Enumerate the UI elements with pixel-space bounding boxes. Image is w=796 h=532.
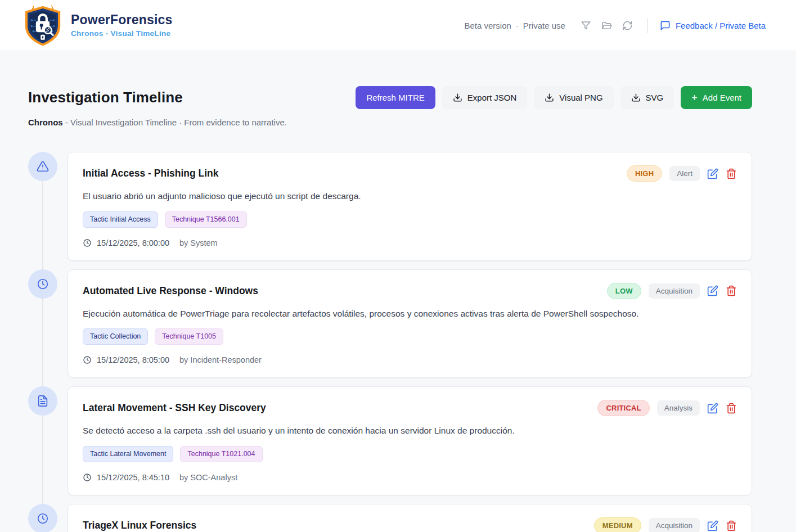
timeline-item: Automated Live Response - Windows LOW Ac… <box>28 269 752 378</box>
event-title: Automated Live Response - Windows <box>83 285 258 297</box>
event-timestamp: 15/12/2025, 8:05:00 <box>97 355 169 364</box>
category-badge: Alert <box>669 166 700 181</box>
delete-event-button[interactable] <box>726 403 737 414</box>
toolbar: Refresh MITRE Export JSON Visual PNG SVG… <box>356 86 752 109</box>
clock-icon <box>83 238 92 247</box>
event-card: Lateral Movement - SSH Key Discovery CRI… <box>68 386 752 495</box>
plus-icon: + <box>691 93 698 103</box>
top-bar-tools <box>580 20 633 31</box>
category-badge: Acquisition <box>649 518 700 532</box>
page-title: Investigation Timeline <box>28 89 183 106</box>
event-description: Ejecución automática de PowerTriage para… <box>83 308 737 320</box>
severity-badge: HIGH <box>627 165 662 182</box>
technique-tag: Technique T1566.001 <box>165 211 247 228</box>
feedback-link[interactable]: Feedback / Private Beta <box>660 20 766 31</box>
main-content: Investigation Timeline Refresh MITRE Exp… <box>0 51 796 532</box>
severity-badge: CRITICAL <box>597 400 649 416</box>
export-json-button[interactable]: Export JSON <box>442 86 528 109</box>
tactic-tag: Tactic Lateral Movement <box>83 446 173 462</box>
download-icon <box>631 93 641 102</box>
beta-version-label: Beta version <box>464 21 511 30</box>
feedback-link-label: Feedback / Private Beta <box>676 21 766 30</box>
brand-name: PowerForensics <box>71 13 172 27</box>
investigation-timeline: Initial Access - Phishing Link HIGH Aler… <box>28 152 752 532</box>
event-author: by Incident-Responder <box>179 355 262 364</box>
version-status-text: Beta version·Private use <box>464 21 565 30</box>
svg-button[interactable]: SVG <box>620 86 674 109</box>
category-badge: Acquisition <box>649 283 700 299</box>
app-viewport: PowerForensics Chronos - Visual TimeLine… <box>0 0 796 532</box>
technique-tag: Technique T1005 <box>155 328 223 345</box>
page-subtitle: Chronos - Visual Investigation Timeline … <box>28 118 752 127</box>
clock-icon <box>83 355 92 364</box>
tactic-tag: Tactic Collection <box>83 328 148 345</box>
private-use-label: Private use <box>523 21 565 30</box>
category-badge: Analysis <box>657 400 700 416</box>
delete-event-button[interactable] <box>726 520 737 531</box>
svg-label: SVG <box>646 93 664 102</box>
event-title: Initial Access - Phishing Link <box>83 168 219 179</box>
timeline-item: Lateral Movement - SSH Key Discovery CRI… <box>28 386 752 495</box>
event-timestamp: 15/12/2025, 8:00:00 <box>97 238 169 247</box>
event-title: TriageX Linux Forensics <box>83 520 196 531</box>
event-description: El usuario abrió un adjunto malicioso qu… <box>83 190 737 202</box>
top-bar: PowerForensics Chronos - Visual TimeLine… <box>0 0 796 51</box>
technique-tag: Technique T1021.004 <box>180 446 262 462</box>
refresh-mitre-button[interactable]: Refresh MITRE <box>356 86 435 109</box>
edit-event-button[interactable] <box>707 403 718 414</box>
download-icon <box>453 93 462 102</box>
refresh-icon[interactable] <box>622 20 633 31</box>
clock-icon <box>28 269 57 299</box>
separator-dot: · <box>516 21 519 30</box>
event-card: Initial Access - Phishing Link HIGH Aler… <box>68 152 752 261</box>
download-icon <box>545 93 554 102</box>
subtitle-brand: Chronos <box>28 118 63 127</box>
delete-event-button[interactable] <box>726 168 737 179</box>
event-author: by System <box>179 238 218 247</box>
severity-badge: LOW <box>607 283 641 299</box>
brand-tagline: Chronos - Visual TimeLine <box>71 29 172 38</box>
vertical-divider <box>647 18 647 33</box>
clock-icon <box>83 473 92 482</box>
brand: PowerForensics Chronos - Visual TimeLine <box>21 4 172 47</box>
edit-event-button[interactable] <box>707 285 718 296</box>
delete-event-button[interactable] <box>726 285 737 296</box>
event-description: Se detectó acceso a la carpeta .ssh del … <box>83 425 737 437</box>
event-author: by SOC-Analyst <box>179 473 237 482</box>
folder-icon[interactable] <box>601 20 613 31</box>
event-card: TriageX Linux Forensics MEDIUM Acquisiti… <box>68 504 752 532</box>
subtitle-text: - Visual Investigation Timeline · From e… <box>65 118 287 127</box>
edit-event-button[interactable] <box>707 520 718 531</box>
export-json-label: Export JSON <box>467 93 517 102</box>
refresh-mitre-label: Refresh MITRE <box>366 93 424 102</box>
visual-png-label: Visual PNG <box>559 93 602 102</box>
event-card: Automated Live Response - Windows LOW Ac… <box>68 269 752 378</box>
add-event-button[interactable]: + Add Event <box>681 86 752 109</box>
tactic-tag: Tactic Initial Access <box>83 211 158 228</box>
file-text-icon <box>28 386 57 416</box>
chat-bubble-icon <box>660 20 671 31</box>
timeline-item: Initial Access - Phishing Link HIGH Aler… <box>28 152 752 261</box>
top-bar-right: Beta version·Private use Feedback / Priv… <box>464 18 766 33</box>
event-timestamp: 15/12/2025, 8:45:10 <box>97 473 169 482</box>
alert-triangle-icon <box>28 152 57 181</box>
add-event-label: Add Event <box>703 93 741 102</box>
page-header-row: Investigation Timeline Refresh MITRE Exp… <box>28 86 752 109</box>
clock-icon <box>28 504 57 532</box>
visual-png-button[interactable]: Visual PNG <box>534 86 613 109</box>
severity-badge: MEDIUM <box>594 517 641 532</box>
event-title: Lateral Movement - SSH Key Discovery <box>83 402 266 414</box>
edit-event-button[interactable] <box>707 168 718 179</box>
powerforensics-shield-logo-icon <box>21 4 64 47</box>
timeline-item: TriageX Linux Forensics MEDIUM Acquisiti… <box>28 504 752 532</box>
filter-icon[interactable] <box>580 20 592 31</box>
